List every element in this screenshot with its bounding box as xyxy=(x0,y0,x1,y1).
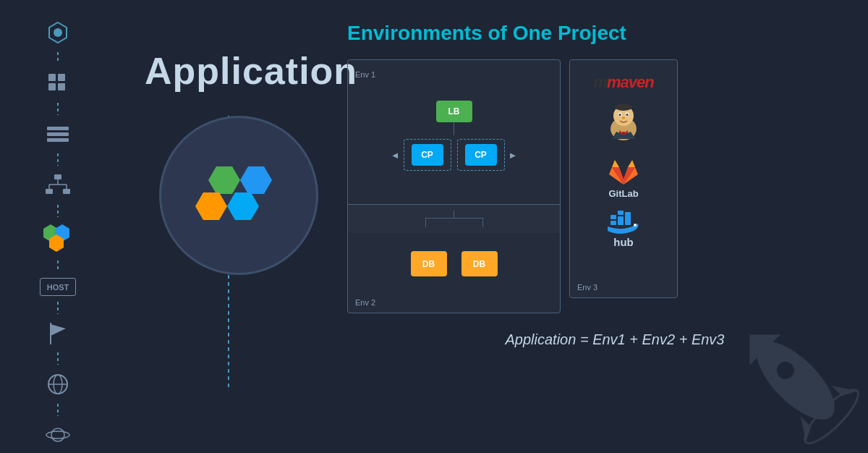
svg-rect-4 xyxy=(48,83,56,90)
env2-label: Env 2 xyxy=(355,298,375,307)
svg-rect-7 xyxy=(47,132,69,136)
hex-cyan xyxy=(227,192,259,220)
envs-container: Env 1 LB ◄ CP xyxy=(347,59,861,313)
svg-rect-8 xyxy=(47,138,69,142)
vert-line-1 xyxy=(454,211,454,218)
docker-hub-section: hub xyxy=(605,205,642,248)
svg-point-36 xyxy=(622,132,625,135)
env1-label: Env 1 xyxy=(355,70,375,79)
hex-cluster xyxy=(195,159,282,232)
lb-node: LB xyxy=(436,101,472,122)
layers-icon[interactable] xyxy=(43,121,72,148)
hex-blue xyxy=(240,166,272,194)
maven-text: maven xyxy=(607,73,654,91)
svg-rect-9 xyxy=(54,174,61,179)
connector-line-3 xyxy=(57,153,59,166)
arrow-left-icon: ◄ xyxy=(391,150,400,161)
env3-label: Env 3 xyxy=(577,283,597,292)
hex-green xyxy=(208,166,240,194)
hierarchy-icon[interactable] xyxy=(43,172,72,199)
svg-marker-20 xyxy=(51,324,66,336)
lb-cp-connector xyxy=(454,122,454,135)
maven-logo: mmaven xyxy=(593,73,653,92)
branch-right xyxy=(482,219,483,227)
svg-marker-46 xyxy=(831,376,856,401)
cp-dashed-box-left: CP xyxy=(404,139,451,171)
svg-rect-6 xyxy=(47,127,69,130)
sidebar: HOST xyxy=(0,0,116,453)
env2-box: Env 2 DB DB xyxy=(348,233,560,313)
jenkins-icon xyxy=(605,101,642,148)
svg-rect-37 xyxy=(610,221,616,225)
db-node-2: DB xyxy=(461,251,498,276)
svg-rect-41 xyxy=(618,211,624,215)
planet-icon[interactable] xyxy=(43,422,72,449)
svg-rect-40 xyxy=(610,215,616,219)
svg-point-33 xyxy=(622,117,625,119)
connector-line-2 xyxy=(57,103,59,115)
hex-orange xyxy=(195,192,227,220)
rocket-decoration xyxy=(723,308,868,453)
svg-rect-3 xyxy=(58,74,65,81)
svg-point-28 xyxy=(615,103,632,111)
gitlab-label: GitLab xyxy=(608,188,638,199)
cp-node-2: CP xyxy=(465,144,497,166)
connector-line-6 xyxy=(57,302,59,314)
svg-rect-38 xyxy=(618,216,624,225)
env1-box: Env 1 LB ◄ CP xyxy=(348,60,560,205)
connector-line-5 xyxy=(57,261,59,273)
svg-rect-39 xyxy=(625,212,631,225)
svg-rect-10 xyxy=(46,189,53,194)
globe-icon[interactable] xyxy=(43,371,72,398)
flag-icon[interactable] xyxy=(43,320,72,347)
svg-point-32 xyxy=(626,114,629,116)
connector-line-7 xyxy=(57,352,59,365)
app-circle-icon xyxy=(159,116,318,275)
cp-row: ◄ CP CP xyxy=(355,139,553,171)
svg-rect-2 xyxy=(48,74,56,81)
connector-line-1 xyxy=(57,52,59,64)
cp-dashed-box-right: CP xyxy=(457,139,505,171)
svg-point-1 xyxy=(54,28,62,37)
svg-point-25 xyxy=(46,431,69,439)
db-node-1: DB xyxy=(411,251,447,276)
cp-left-group: ◄ CP xyxy=(391,139,451,171)
grid-icon[interactable] xyxy=(43,69,72,97)
env-section-title: Environments of One Project xyxy=(347,22,861,45)
maven-m: m xyxy=(593,73,607,91)
page-title: Application xyxy=(145,49,357,93)
host-icon[interactable]: HOST xyxy=(40,278,76,296)
connector-line-8 xyxy=(57,404,59,416)
cp-right-group: CP ► xyxy=(457,139,518,171)
arrow-right-icon: ► xyxy=(509,150,518,161)
env1-env2-wrapper: Env 1 LB ◄ CP xyxy=(347,59,561,313)
environments-section: Environments of One Project Env 1 LB xyxy=(347,22,861,348)
svg-rect-11 xyxy=(63,189,70,194)
svg-point-42 xyxy=(634,224,637,226)
svg-rect-5 xyxy=(58,83,65,90)
connector-line-4 xyxy=(57,205,59,217)
hub-label: hub xyxy=(613,236,634,248)
svg-point-24 xyxy=(51,428,64,441)
env3-box: mmaven xyxy=(569,59,678,298)
svg-marker-45 xyxy=(791,416,816,441)
env1-env2-connector xyxy=(348,205,560,233)
svg-point-31 xyxy=(619,114,621,116)
cp-node-1: CP xyxy=(412,144,443,166)
db-row: DB DB xyxy=(355,251,553,276)
hexagons-sidebar-icon[interactable] xyxy=(40,223,76,255)
cloud-icon[interactable] xyxy=(43,19,72,46)
gitlab-section: GitLab xyxy=(608,157,639,199)
branch-left xyxy=(425,219,426,227)
